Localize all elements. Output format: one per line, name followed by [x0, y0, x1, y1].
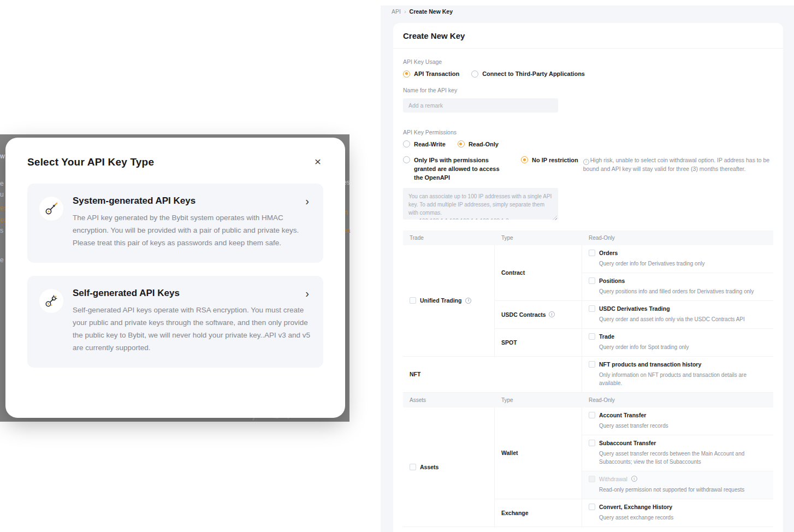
api-key-name-input[interactable] [403, 98, 558, 113]
breadcrumb-separator-icon: › [404, 8, 406, 15]
info-icon: i [583, 159, 589, 165]
permission-row: NFT products and transaction history Onl… [582, 357, 773, 392]
option-system-generated[interactable]: System-generated API Keys › The API key … [27, 184, 323, 263]
column-header-trade: Trade [403, 235, 495, 241]
permission-label: Positions [599, 277, 625, 284]
table-header: Assets Type Read-Only [403, 393, 773, 407]
permission-description: Read-only permission not supported for w… [599, 486, 767, 494]
usage-radio-group: API Transaction Connect to Third-Party A… [403, 70, 773, 79]
permission-description: Query asset transfer records between the… [599, 450, 767, 466]
chevron-right-icon: › [305, 288, 309, 299]
radio-label: Read-Only [469, 140, 499, 149]
info-icon[interactable]: i [549, 311, 555, 317]
radio-unselected-icon[interactable] [403, 140, 410, 147]
permission-row: Trade Query order info for Spot trading … [582, 329, 773, 356]
permission-label: NFT products and transaction history [599, 361, 701, 368]
no-ip-restriction-note: iHigh risk, unable to select coin withdr… [583, 156, 773, 174]
table-group-unified-trading: Unified Trading i Contract Orders [403, 245, 773, 356]
positions-checkbox[interactable] [589, 277, 595, 284]
radio-label: Only IPs with permissions granted are al… [414, 156, 510, 182]
withdrawal-checkbox-disabled [589, 476, 595, 482]
rw-radio-group: Read-Write Read-Only [403, 140, 773, 149]
obscured-page-fragment: e [0, 180, 4, 187]
radio-unselected-icon[interactable] [403, 156, 410, 163]
permission-description: Query order info for Spot trading only [599, 343, 767, 351]
option-self-generated[interactable]: Self-generated API Keys › Self-generated… [27, 276, 323, 368]
permission-description: Only information on NFT products and tra… [599, 371, 767, 387]
api-key-permissions-label: API Key Permissions [403, 129, 773, 135]
account-transfer-checkbox[interactable] [589, 412, 595, 418]
table-group-assets: Assets Wallet Account Transfer [403, 407, 773, 527]
obscured-page-fragment: u [0, 191, 4, 198]
radio-selected-icon[interactable] [458, 140, 465, 147]
obscured-page-fragment: s [0, 227, 3, 234]
radio-api-transaction[interactable]: API Transaction [403, 70, 459, 79]
info-icon[interactable]: i [465, 298, 471, 304]
ip-address-textarea[interactable] [403, 188, 558, 220]
type-label: USDC Contracts [501, 311, 546, 318]
option-title: System-generated API Keys [73, 196, 195, 206]
breadcrumb-current: Create New Key [410, 8, 453, 15]
obscured-page-fragment: e [0, 257, 4, 263]
subaccount-transfer-checkbox[interactable] [589, 440, 595, 446]
permission-label: Convert, Exchange History [599, 504, 672, 510]
type-label: SPOT [501, 339, 517, 346]
spot-trade-checkbox[interactable] [589, 333, 595, 340]
radio-label: API Transaction [414, 70, 459, 79]
radio-read-write[interactable]: Read-Write [403, 140, 446, 149]
key-icon [39, 197, 63, 221]
assets-permissions-table: Assets Type Read-Only Assets Wallet [403, 393, 773, 527]
column-header-readonly: Read-Only [582, 397, 773, 403]
permission-label: Trade [599, 333, 614, 340]
radio-no-ip-restriction[interactable] [521, 156, 528, 163]
radio-third-party[interactable]: Connect to Third-Party Applications [471, 70, 585, 79]
permission-description: Query asset transfer records [599, 422, 767, 430]
radio-label: Connect to Third-Party Applications [482, 70, 585, 79]
radio-selected-icon[interactable] [403, 70, 410, 78]
orders-checkbox[interactable] [589, 250, 595, 256]
type-label: Exchange [501, 510, 529, 516]
type-label: Contract [501, 269, 525, 276]
ip-restriction-radio-group: Only IPs with permissions granted are al… [403, 156, 773, 182]
permission-description: Query order and asset info only via the … [599, 315, 767, 323]
radio-unselected-icon[interactable] [471, 70, 478, 78]
radio-ip-whitelist[interactable]: Only IPs with permissions granted are al… [403, 156, 521, 182]
permission-description: Query order info for Derivatives trading… [599, 259, 767, 268]
radio-label: Read-Write [414, 140, 446, 149]
permission-description: Query positions info and filled orders f… [599, 287, 767, 295]
permission-label: Withdrawal [599, 476, 627, 482]
close-icon[interactable]: × [312, 156, 323, 168]
permission-description: Query asset exchange records [599, 513, 767, 522]
group-label: Assets [420, 464, 439, 470]
option-description: Self-generated API keys operate with RSA… [73, 304, 310, 354]
permission-label: Orders [599, 250, 618, 256]
radio-read-only[interactable]: Read-Only [458, 140, 499, 149]
permission-row: Account Transfer Query asset transfer re… [582, 407, 773, 435]
column-header-type: Type [495, 397, 582, 403]
unified-trading-checkbox[interactable] [410, 297, 416, 304]
usdc-derivatives-checkbox[interactable] [589, 305, 595, 312]
api-key-name-label: Name for the API key [403, 87, 773, 93]
nft-history-checkbox[interactable] [589, 361, 595, 368]
api-key-usage-label: API Key Usage [403, 58, 773, 65]
permission-row: Convert, Exchange History Query asset ex… [582, 499, 773, 527]
group-label: NFT [410, 371, 420, 377]
option-description: The API key generated by the Bybit syste… [73, 212, 310, 250]
create-new-key-page: API › Create New Key Create New Key API … [381, 5, 794, 532]
convert-exchange-checkbox[interactable] [589, 504, 595, 510]
breadcrumb-api-link[interactable]: API [392, 8, 401, 15]
table-group-nft: NFT NFT products and transaction history [403, 356, 773, 392]
radio-label: No IP restriction [532, 156, 578, 165]
info-icon[interactable]: i [631, 476, 637, 482]
permission-row: Orders Query order info for Derivatives … [582, 245, 773, 273]
permission-label: Account Transfer [599, 412, 646, 418]
permission-row: USDC Derivatives Trading Query order and… [582, 301, 773, 328]
page-title: Create New Key [403, 31, 773, 40]
key-gear-icon [39, 289, 63, 313]
assets-checkbox[interactable] [410, 464, 416, 470]
trade-permissions-table: Trade Type Read-Only Unified Trading i C… [403, 230, 773, 393]
note-text: High risk, unable to select coin withdra… [583, 157, 769, 172]
column-header-assets: Assets [403, 397, 495, 403]
permission-row-withdrawal-disabled: Withdrawal i Read-only permission not su… [582, 471, 773, 499]
select-api-key-type-modal: Select Your API Key Type × System-genera… [5, 138, 345, 418]
